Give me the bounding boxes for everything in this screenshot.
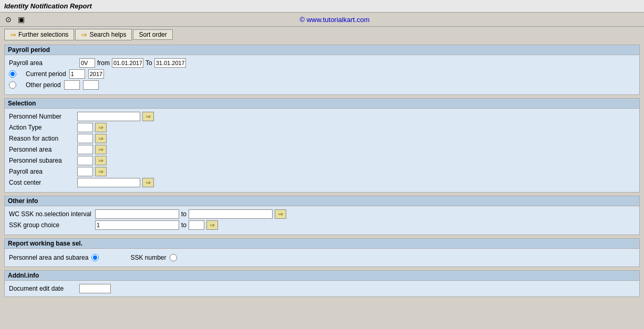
personnel-area-subarea-radio[interactable]	[91, 254, 99, 261]
addnl-info-section: Addnl.info Document edit date	[4, 270, 640, 297]
current-period-row: Current period	[9, 69, 635, 79]
ssk-number-item: SSK number	[130, 254, 176, 261]
action-type-label: Action Type	[9, 124, 77, 131]
ssk-number-label: SSK number	[130, 254, 166, 261]
wc-ssk-to-label: to	[181, 210, 186, 218]
title-bar: Identity Notification Report	[0, 0, 644, 13]
personnel-number-label: Personnel Number	[9, 113, 77, 120]
other-period-label: Other period	[26, 81, 61, 89]
ssk-group-input1[interactable]	[95, 220, 179, 230]
main-content: Payroll period Payroll area from To Curr…	[0, 43, 644, 302]
current-period-radio[interactable]	[9, 70, 16, 78]
personnel-subarea-label: Personnel subarea	[9, 157, 77, 164]
other-info-body: WC SSK no.selection interval to SSK grou…	[5, 206, 639, 235]
other-info-title: Other info	[5, 196, 639, 206]
ssk-group-arrow-btn[interactable]	[206, 220, 218, 230]
wc-ssk-label: WC SSK no.selection interval	[9, 210, 93, 218]
selection-body: Personnel Number Action Type Reason for …	[5, 109, 639, 192]
cost-center-input[interactable]	[77, 178, 140, 187]
ssk-group-label: SSK group choice	[9, 221, 93, 229]
from-date-input[interactable]	[112, 58, 143, 68]
payroll-area-label: Payroll area	[9, 59, 77, 67]
other-period-year-input[interactable]	[83, 80, 99, 90]
ssk-group-row: SSK group choice to	[9, 220, 635, 230]
to-label: To	[146, 59, 152, 67]
personnel-area-subarea-item: Personnel area and subarea	[9, 254, 99, 261]
cost-center-row: Cost center	[9, 178, 635, 187]
cost-center-label: Cost center	[9, 179, 77, 186]
current-period-year-input[interactable]	[88, 69, 104, 79]
ssk-group-to-label: to	[181, 221, 186, 229]
further-selections-arrow-icon: ⇒	[10, 30, 16, 39]
personnel-number-arrow-btn[interactable]	[142, 112, 154, 121]
action-type-input[interactable]	[77, 123, 93, 132]
report-working-base-body: Personnel area and subarea SSK number	[5, 249, 639, 267]
clock-icon[interactable]: ⊙	[3, 14, 14, 25]
personnel-area-input[interactable]	[77, 145, 93, 154]
toolbar: ⊙ ▣ © www.tutorialkart.com	[0, 13, 644, 27]
page-icon[interactable]: ▣	[16, 14, 26, 25]
cost-center-arrow-btn[interactable]	[142, 178, 154, 187]
personnel-area-subarea-label: Personnel area and subarea	[9, 254, 88, 261]
wc-ssk-row: WC SSK no.selection interval to	[9, 209, 635, 219]
wc-ssk-input1[interactable]	[95, 209, 179, 219]
doc-edit-date-input[interactable]	[79, 284, 111, 293]
reason-action-label: Reason for action	[9, 135, 77, 142]
personnel-subarea-row: Personnel subarea	[9, 156, 635, 165]
to-date-input[interactable]	[154, 58, 186, 68]
watermark: © www.tutorialkart.com	[28, 16, 641, 24]
reason-action-arrow-btn[interactable]	[95, 134, 107, 143]
wc-ssk-arrow-btn[interactable]	[275, 209, 286, 219]
payroll-area-row: Payroll area from To	[9, 58, 635, 68]
doc-edit-date-row: Document edit date	[9, 284, 635, 293]
tab-sort-order[interactable]: Sort order	[133, 29, 172, 40]
from-label: from	[97, 59, 110, 67]
addnl-info-body: Document edit date	[5, 281, 639, 296]
current-period-num-input[interactable]	[69, 69, 85, 79]
tab-bar: ⇒ Further selections ⇒ Search helps Sort…	[0, 27, 644, 43]
personnel-number-row: Personnel Number	[9, 112, 635, 121]
wc-ssk-input2[interactable]	[189, 209, 273, 219]
report-working-base-title: Report working base sel.	[5, 239, 639, 249]
payroll-period-title: Payroll period	[5, 45, 639, 55]
selection-section: Selection Personnel Number Action Type R…	[4, 98, 640, 193]
personnel-area-label: Personnel area	[9, 146, 77, 153]
ssk-number-radio[interactable]	[170, 254, 177, 261]
page-title: Identity Notification Report	[4, 2, 92, 10]
sel-payroll-area-input[interactable]	[77, 167, 93, 176]
reason-action-input[interactable]	[77, 134, 93, 143]
payroll-period-section: Payroll period Payroll area from To Curr…	[4, 45, 640, 95]
rwb-row: Personnel area and subarea SSK number	[9, 252, 635, 263]
action-type-row: Action Type	[9, 123, 635, 132]
tab-further-selections[interactable]: ⇒ Further selections	[4, 29, 74, 40]
doc-edit-date-label: Document edit date	[9, 285, 77, 292]
sel-payroll-area-row: Payroll area	[9, 167, 635, 176]
personnel-area-arrow-btn[interactable]	[95, 145, 107, 154]
payroll-area-input[interactable]	[79, 58, 95, 68]
addnl-info-title: Addnl.info	[5, 271, 639, 281]
tab-search-helps[interactable]: ⇒ Search helps	[75, 29, 132, 40]
other-period-radio[interactable]	[9, 81, 16, 89]
sel-payroll-area-label: Payroll area	[9, 168, 77, 175]
other-period-row: Other period	[9, 80, 635, 90]
personnel-area-row: Personnel area	[9, 145, 635, 154]
payroll-period-body: Payroll area from To Current period Othe…	[5, 55, 639, 94]
personnel-number-input[interactable]	[77, 112, 140, 121]
personnel-subarea-input[interactable]	[77, 156, 93, 165]
report-working-base-section: Report working base sel. Personnel area …	[4, 238, 640, 267]
action-type-arrow-btn[interactable]	[95, 123, 107, 132]
search-helps-arrow-icon: ⇒	[81, 30, 87, 39]
selection-title: Selection	[5, 99, 639, 109]
ssk-group-input2[interactable]	[189, 220, 204, 230]
other-info-section: Other info WC SSK no.selection interval …	[4, 196, 640, 235]
other-period-num-input[interactable]	[64, 80, 80, 90]
personnel-subarea-arrow-btn[interactable]	[95, 156, 107, 165]
sel-payroll-area-arrow-btn[interactable]	[95, 167, 107, 176]
current-period-label: Current period	[26, 70, 66, 78]
reason-action-row: Reason for action	[9, 134, 635, 143]
